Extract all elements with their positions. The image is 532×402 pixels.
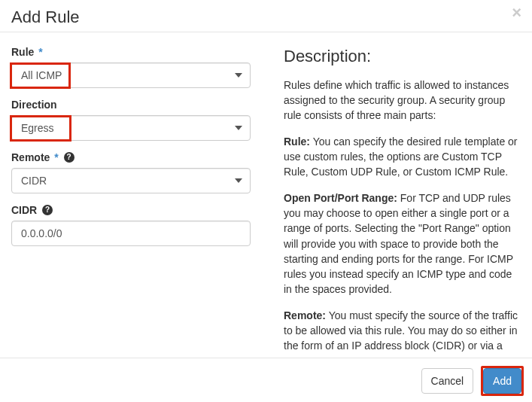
dialog-title: Add Rule [11, 8, 521, 27]
form-column: Rule * All ICMP Direction [11, 32, 267, 356]
remote-select-value: CIDR [21, 175, 47, 187]
remote-select[interactable]: CIDR [11, 168, 251, 193]
required-star: * [54, 151, 58, 163]
description-intro: Rules define which traffic is allowed to… [284, 78, 521, 123]
chevron-down-icon [235, 73, 242, 78]
dialog-header: Add Rule × [0, 0, 532, 32]
dialog-body: Rule * All ICMP Direction [0, 32, 532, 356]
chevron-down-icon [235, 178, 242, 183]
help-icon[interactable]: ? [64, 152, 74, 163]
desc-port-head: Open Port/Port Range: [284, 192, 397, 204]
desc-remote-head: Remote: [284, 309, 326, 321]
desc-rule-head: Rule: [284, 136, 310, 148]
cancel-button[interactable]: Cancel [421, 368, 474, 394]
direction-label: Direction [11, 99, 57, 111]
remote-label: Remote [11, 151, 50, 163]
direction-group: Direction Egress [11, 99, 267, 141]
desc-port-body: For TCP and UDP rules you may choose to … [284, 192, 513, 296]
description-remote: Remote: You must specify the source of t… [284, 308, 521, 356]
description-title: Description: [284, 44, 521, 69]
dialog-footer: Cancel Add [0, 358, 532, 402]
rule-group: Rule * All ICMP [11, 46, 267, 88]
help-icon[interactable]: ? [42, 205, 53, 215]
direction-select[interactable]: Egress [11, 115, 251, 141]
chevron-down-icon [235, 126, 242, 130]
add-button[interactable]: Add [483, 368, 521, 394]
required-star: * [38, 46, 42, 58]
cidr-group: CIDR ? 0.0.0.0/0 [11, 204, 267, 246]
cidr-input-value: 0.0.0.0/0 [21, 227, 62, 239]
remote-group: Remote * ? CIDR [11, 151, 267, 193]
description-rule: Rule: You can specify the desired rule t… [284, 134, 521, 180]
cidr-label: CIDR [11, 204, 37, 216]
rule-select[interactable]: All ICMP [11, 62, 251, 88]
close-icon[interactable]: × [512, 5, 521, 21]
add-rule-dialog: Add Rule × Rule * All ICMP Di [0, 0, 532, 402]
direction-select-value: Egress [21, 122, 54, 134]
description-port: Open Port/Port Range: For TCP and UDP ru… [284, 190, 521, 297]
description-column: Description: Rules define which traffic … [267, 32, 521, 356]
rule-label: Rule [11, 46, 34, 58]
desc-rule-body: You can specify the desired rule templat… [284, 136, 518, 178]
rule-select-value: All ICMP [21, 69, 62, 81]
highlight-box: Add [481, 366, 524, 396]
cidr-input[interactable]: 0.0.0.0/0 [11, 221, 251, 246]
